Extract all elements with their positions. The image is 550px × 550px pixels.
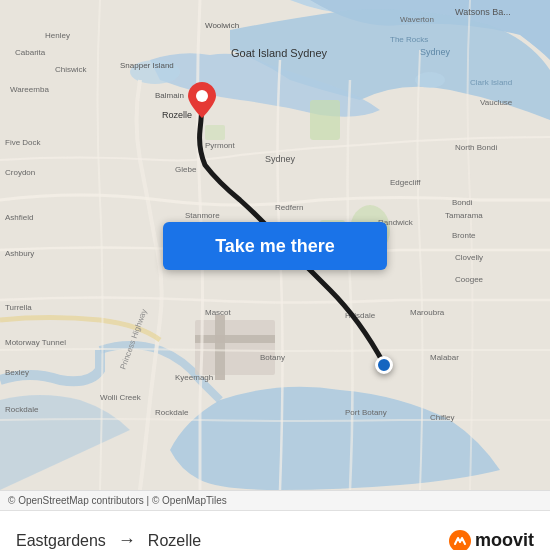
map-container: Sydney The Rocks Clark Island Cabarita H… xyxy=(0,0,550,490)
svg-text:Five Dock: Five Dock xyxy=(5,138,42,147)
svg-text:Henley: Henley xyxy=(45,31,70,40)
svg-text:Coogee: Coogee xyxy=(455,275,484,284)
svg-text:Tamarama: Tamarama xyxy=(445,211,483,220)
svg-text:Vaucluse: Vaucluse xyxy=(480,98,513,107)
svg-text:Bronte: Bronte xyxy=(452,231,476,240)
origin-label: Eastgardens xyxy=(16,532,106,550)
svg-text:Snapper Island: Snapper Island xyxy=(120,61,174,70)
moovit-icon xyxy=(449,530,471,551)
svg-text:Sydney: Sydney xyxy=(420,47,451,57)
svg-text:Chifley: Chifley xyxy=(430,413,454,422)
svg-text:Port Botany: Port Botany xyxy=(345,408,387,417)
svg-rect-8 xyxy=(215,315,225,380)
svg-text:Malabar: Malabar xyxy=(430,353,459,362)
svg-rect-7 xyxy=(195,320,275,375)
svg-text:Waverton: Waverton xyxy=(400,15,434,24)
svg-text:Motorway Tunnel: Motorway Tunnel xyxy=(5,338,66,347)
svg-text:Watsons Ba...: Watsons Ba... xyxy=(455,7,511,17)
svg-text:Chiswick: Chiswick xyxy=(55,65,88,74)
svg-text:Sydney: Sydney xyxy=(265,154,296,164)
svg-text:Maroubra: Maroubra xyxy=(410,308,445,317)
svg-text:Edgecliff: Edgecliff xyxy=(390,178,421,187)
svg-text:Bondi: Bondi xyxy=(452,198,473,207)
moovit-logo: moovit xyxy=(449,530,534,551)
svg-text:Wareemba: Wareemba xyxy=(10,85,49,94)
svg-text:Mascot: Mascot xyxy=(205,308,232,317)
svg-text:Turrella: Turrella xyxy=(5,303,32,312)
svg-text:Cabarita: Cabarita xyxy=(15,48,46,57)
footer: Eastgardens → Rozelle moovit xyxy=(0,510,550,550)
svg-text:Woolwich: Woolwich xyxy=(205,21,239,30)
origin-dot xyxy=(375,356,393,374)
svg-text:Kyeemagh: Kyeemagh xyxy=(175,373,213,382)
svg-text:Pyrmont: Pyrmont xyxy=(205,141,236,150)
svg-text:Croydon: Croydon xyxy=(5,168,35,177)
take-me-there-button[interactable]: Take me there xyxy=(163,222,387,270)
svg-text:Rockdale: Rockdale xyxy=(155,408,189,417)
svg-text:Bexley: Bexley xyxy=(5,368,29,377)
svg-text:Ashfield: Ashfield xyxy=(5,213,33,222)
direction-arrow: → xyxy=(118,530,136,550)
destination-pin xyxy=(188,82,216,118)
moovit-brand-text: moovit xyxy=(475,530,534,550)
svg-text:Stanmore: Stanmore xyxy=(185,211,220,220)
svg-text:Botany: Botany xyxy=(260,353,285,362)
svg-text:North Bondi: North Bondi xyxy=(455,143,497,152)
svg-text:Redfern: Redfern xyxy=(275,203,303,212)
svg-text:The Rocks: The Rocks xyxy=(390,35,428,44)
destination-label: Rozelle xyxy=(148,532,201,550)
svg-text:Balmain: Balmain xyxy=(155,91,184,100)
map-attribution: © OpenStreetMap contributors | © OpenMap… xyxy=(0,490,550,510)
goat-island-label: Goat Island Sydney xyxy=(231,47,327,59)
svg-text:Glebe: Glebe xyxy=(175,165,197,174)
svg-rect-3 xyxy=(310,100,340,140)
svg-text:Rockdale: Rockdale xyxy=(5,405,39,414)
attribution-text: © OpenStreetMap contributors | © OpenMap… xyxy=(8,495,227,506)
svg-text:Wolli Creek: Wolli Creek xyxy=(100,393,142,402)
svg-rect-6 xyxy=(205,125,225,140)
svg-point-58 xyxy=(196,90,208,102)
svg-rect-9 xyxy=(195,335,275,343)
svg-text:Clark Island: Clark Island xyxy=(470,78,512,87)
svg-text:Clovelly: Clovelly xyxy=(455,253,483,262)
svg-text:Ashbury: Ashbury xyxy=(5,249,34,258)
